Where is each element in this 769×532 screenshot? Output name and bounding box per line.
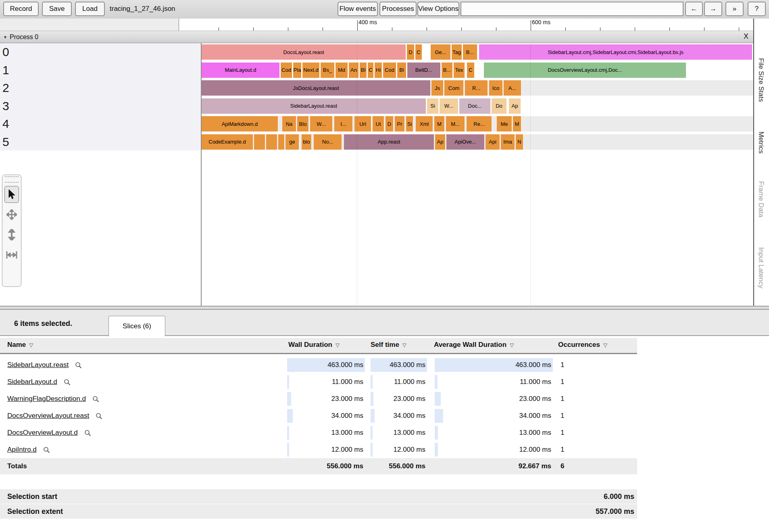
view-options-button[interactable]: View Options xyxy=(417,2,459,16)
column-header-occurrences[interactable]: Occurrences▽ xyxy=(558,341,607,349)
more-options-button[interactable]: » xyxy=(725,2,744,16)
trace-slice[interactable]: Si xyxy=(427,98,439,114)
trace-slice[interactable]: Cod xyxy=(281,63,292,78)
magnifier-icon[interactable] xyxy=(84,430,91,436)
column-header-average-wall-duration[interactable]: Average Wall Duration▽ xyxy=(434,341,514,349)
track-lane[interactable]: SidebarLayout.reastSiW...Doc...DoAp xyxy=(202,98,753,114)
sort-icon[interactable]: ▽ xyxy=(336,342,340,348)
panel-splitter[interactable] xyxy=(0,306,769,310)
slices-tab[interactable]: Slices (6) xyxy=(108,316,165,336)
trace-slice[interactable]: Ico xyxy=(489,80,503,96)
trace-slice[interactable]: I... xyxy=(334,116,353,131)
sort-icon[interactable]: ▽ xyxy=(402,342,406,348)
trace-slice[interactable]: N xyxy=(516,134,523,150)
trace-slice[interactable]: An xyxy=(349,63,359,78)
trace-slice[interactable]: B... xyxy=(463,44,477,60)
trace-slice[interactable]: D xyxy=(386,116,394,131)
sort-icon[interactable]: ▽ xyxy=(29,342,33,348)
trace-slice[interactable]: blo xyxy=(302,134,312,150)
trace-slice[interactable]: B... xyxy=(442,63,453,78)
save-button[interactable]: Save xyxy=(42,2,72,16)
trace-slice[interactable]: DocsLayout.reast xyxy=(202,44,406,60)
timeline-track-area[interactable]: 0DocsLayout.reastDCGe...TagB...SidebarLa… xyxy=(0,43,753,306)
flow-events-button[interactable]: Flow events xyxy=(338,2,378,16)
magnifier-icon[interactable] xyxy=(75,362,82,369)
trace-slice[interactable]: Pr xyxy=(395,116,405,131)
trace-slice[interactable]: Api xyxy=(486,134,500,150)
trace-slice[interactable]: C xyxy=(368,63,374,78)
trace-slice[interactable]: Hi xyxy=(375,63,382,78)
search-input[interactable] xyxy=(461,2,684,16)
column-header-name[interactable]: Name▽ xyxy=(7,341,33,349)
trace-slice[interactable]: Me xyxy=(497,116,512,131)
trace-slice[interactable]: Blo xyxy=(297,116,309,131)
trace-slice[interactable]: Com xyxy=(444,80,464,96)
trace-slice[interactable]: Ima xyxy=(501,134,515,150)
trace-slice[interactable] xyxy=(266,134,277,150)
side-tab-frame-data[interactable]: Frame Data xyxy=(757,181,765,217)
side-tab-input-latency[interactable]: Input Latency xyxy=(757,247,765,288)
trace-slice[interactable] xyxy=(254,134,265,150)
track-lane[interactable]: CodeExample.dgebloNo...App.reastApApiOve… xyxy=(202,134,753,150)
trace-slice[interactable]: BeltD... xyxy=(407,63,441,78)
slice-name-link[interactable]: DocsOverviewLayout.d xyxy=(7,429,78,437)
track-lane[interactable]: DocsLayout.reastDCGe...TagB...SidebarLay… xyxy=(202,44,753,60)
vertical-zoom-tool-button[interactable] xyxy=(4,226,19,243)
close-icon[interactable]: X xyxy=(744,32,748,41)
slice-name-link[interactable]: WarningFlagDescription.d xyxy=(7,395,86,403)
collapse-triangle-icon[interactable]: ▾ xyxy=(4,34,6,40)
slice-name-link[interactable]: DocsOverviewLayout.reast xyxy=(7,412,89,420)
find-previous-button[interactable]: ← xyxy=(685,2,703,16)
trace-slice[interactable]: Doc... xyxy=(459,98,491,114)
track-lane[interactable]: JsDocsLayout.reastJsComR...IcoA... xyxy=(202,80,753,96)
magnifier-icon[interactable] xyxy=(64,379,71,386)
trace-slice[interactable]: Cod xyxy=(383,63,396,78)
track-lane[interactable]: MainLayout.dCodPlaNext.dBs_MdAnBlCHiCodB… xyxy=(202,63,753,78)
trace-slice[interactable]: SidebarLayout.reast xyxy=(202,98,426,114)
side-tab-file-size-stats[interactable]: File Size Stats xyxy=(757,58,765,102)
trace-slice[interactable]: R... xyxy=(465,80,488,96)
trace-slice[interactable]: Na xyxy=(282,116,296,131)
trace-slice[interactable]: CodeExample.d xyxy=(202,134,253,150)
track-lane[interactable]: ApiMarkdown.dNaBloW...I...UrlUtDPrSiXmlM… xyxy=(202,116,753,131)
trace-slice[interactable]: D xyxy=(407,44,415,60)
slice-name-link[interactable]: ApiIntro.d xyxy=(7,446,37,454)
trace-slice[interactable]: Si xyxy=(406,116,413,131)
slice-name-link[interactable]: SidebarLayout.d xyxy=(7,378,57,386)
timing-select-tool-button[interactable] xyxy=(4,246,19,263)
magnifier-icon[interactable] xyxy=(96,413,102,419)
sort-icon[interactable]: ▽ xyxy=(510,342,514,348)
trace-slice[interactable]: A... xyxy=(504,80,521,96)
trace-slice[interactable]: No... xyxy=(314,134,342,150)
trace-slice[interactable]: Pla xyxy=(293,63,302,78)
trace-slice[interactable]: Ap xyxy=(435,134,446,150)
trace-slice[interactable]: M xyxy=(513,116,521,131)
process-header[interactable]: ▾ Process 0 X xyxy=(0,31,753,43)
trace-slice[interactable]: Bs_ xyxy=(321,63,335,78)
trace-slice[interactable]: Ge... xyxy=(431,44,451,60)
trace-slice[interactable]: JsDocsLayout.reast xyxy=(202,80,431,96)
magnifier-icon[interactable] xyxy=(92,396,99,403)
trace-slice[interactable]: Re... xyxy=(467,116,492,131)
side-tab-metrics[interactable]: Metrics xyxy=(757,131,765,154)
toolbox-drag-handle[interactable] xyxy=(5,176,19,183)
sort-icon[interactable]: ▽ xyxy=(603,342,607,348)
help-button[interactable]: ? xyxy=(748,2,766,16)
record-button[interactable]: Record xyxy=(3,2,39,16)
trace-slice[interactable]: Tag xyxy=(452,44,462,60)
processes-button[interactable]: Processes xyxy=(379,2,417,16)
magnifier-icon[interactable] xyxy=(43,446,50,453)
trace-slice[interactable]: ApiOve... xyxy=(446,134,485,150)
column-header-wall-duration[interactable]: Wall Duration▽ xyxy=(288,341,340,349)
trace-slice[interactable]: Js xyxy=(431,80,444,96)
selection-tool-button[interactable] xyxy=(4,186,19,203)
trace-slice[interactable]: C xyxy=(415,44,422,60)
trace-slice[interactable]: Ut xyxy=(373,116,384,131)
trace-slice[interactable]: Do xyxy=(492,98,507,114)
trace-slice[interactable]: Bl xyxy=(360,63,367,78)
find-next-button[interactable]: → xyxy=(704,2,722,16)
trace-slice[interactable]: M xyxy=(434,116,445,131)
trace-slice[interactable]: Bl xyxy=(397,63,406,78)
load-button[interactable]: Load xyxy=(75,2,105,16)
trace-slice[interactable]: DocsOverviewLayout.cmj,Doc... xyxy=(484,63,686,78)
